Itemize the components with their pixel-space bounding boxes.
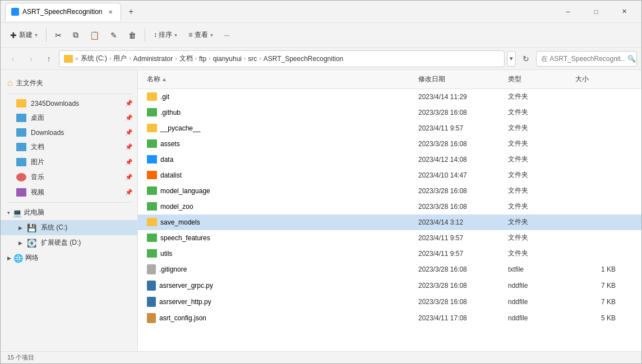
sidebar-item-music[interactable]: 音乐 📌 [1, 170, 137, 185]
up-button[interactable]: ↑ [41, 51, 57, 67]
file-name-2: __pycache__ [160, 124, 200, 132]
file-size-13: 7 KB [573, 296, 618, 307]
drive-c-icon: 💾 [27, 223, 36, 232]
new-button[interactable]: ✚ 新建 ▾ [5, 27, 43, 43]
sidebar-item-docs[interactable]: 文档 📌 [1, 139, 137, 155]
sidebar-item-2345downloads[interactable]: 2345Downloads 📌 [1, 96, 137, 110]
file-name-10: utils [160, 250, 172, 258]
file-icon-12 [147, 281, 156, 291]
file-type-13: nddfile [506, 296, 573, 307]
tab-close-button[interactable]: ✕ [106, 7, 115, 16]
file-date-14: 2023/4/11 17:08 [416, 312, 506, 324]
table-row[interactable]: save_models 2023/4/14 3:12 文件夹 [138, 214, 641, 230]
more-button[interactable]: ··· [219, 29, 235, 42]
col-name-header[interactable]: 名称 ▲ [145, 72, 416, 86]
path-item-3[interactable]: 文档 [179, 54, 193, 63]
back-button[interactable]: ‹ [5, 51, 21, 67]
forward-button[interactable]: › [23, 51, 39, 67]
file-list-area: 名称 ▲ 修改日期 类型 大小 .git 2023/4/14 11:29 文件夹 [138, 70, 641, 351]
table-row[interactable]: .github 2023/3/28 16:08 文件夹 [138, 105, 641, 120]
table-row[interactable]: asrt_config.json 2023/4/11 17:08 nddfile… [138, 310, 641, 326]
sidebar-item-label-downloads: Downloads [31, 129, 64, 137]
active-tab[interactable]: ASRT_SpeechRecognition ✕ [5, 3, 121, 21]
path-item-0[interactable]: 系统 (C:) [81, 54, 107, 63]
paste-button[interactable]: 📋 [85, 28, 104, 43]
table-row[interactable]: .git 2023/4/14 11:29 文件夹 [138, 89, 641, 105]
network-header[interactable]: ▶ 🌐 网络 [1, 250, 137, 265]
sidebar-item-video[interactable]: 视频 📌 [1, 185, 137, 200]
cut-button[interactable]: ✂ [50, 28, 67, 43]
sidebar-item-downloads[interactable]: Downloads 📌 [1, 125, 137, 139]
rename-button[interactable]: ✎ [105, 28, 122, 43]
table-row[interactable]: .gitignore 2023/3/28 16:08 txtfile 1 KB [138, 262, 641, 278]
sidebar-item-label-2345: 2345Downloads [31, 100, 79, 108]
sort-label: ↕ 排序 [154, 30, 172, 40]
address-bar[interactable]: « 系统 (C:) › 用户 › Administrator › 文档 › ft… [59, 50, 505, 67]
file-size-9 [573, 236, 618, 240]
search-input[interactable] [541, 55, 625, 63]
paste-icon: 📋 [90, 31, 99, 40]
file-date-11: 2023/3/28 16:08 [416, 264, 506, 275]
sidebar: ⌂ 主文件夹 2345Downloads 📌 桌面 📌 Downloads 📌 … [1, 70, 138, 351]
table-row[interactable]: utils 2023/4/11 9:57 文件夹 [138, 246, 641, 262]
sidebar-item-desktop[interactable]: 桌面 📌 [1, 110, 137, 125]
sidebar-item-label-pics: 图片 [31, 157, 44, 167]
file-name-14: asrt_config.json [159, 314, 206, 322]
path-item-2[interactable]: Administrator [133, 55, 173, 63]
file-date-2: 2023/4/11 9:57 [416, 123, 506, 134]
file-type-1: 文件夹 [506, 106, 573, 119]
minimize-button[interactable]: ─ [555, 3, 581, 21]
path-item-6[interactable]: src [248, 55, 257, 63]
file-icon-7 [147, 202, 157, 211]
path-item-4[interactable]: ftp [199, 55, 206, 63]
file-name-5: datalist [160, 171, 182, 179]
close-button[interactable]: ✕ [611, 3, 637, 21]
sidebar-item-drive-c[interactable]: ▶ 💾 系统 (C:) [1, 220, 137, 235]
new-tab-button[interactable]: + [123, 4, 139, 20]
col-type-header[interactable]: 类型 [506, 72, 573, 86]
search-icon: 🔍 [627, 55, 636, 63]
pin-icon-6: 📌 [125, 189, 133, 196]
search-box[interactable]: 🔍 [536, 51, 637, 67]
table-row[interactable]: asrserver_grpc.py 2023/3/28 16:08 nddfil… [138, 278, 641, 294]
file-icon-6 [147, 186, 157, 195]
address-expand-button[interactable]: ▾ [507, 51, 516, 67]
file-size-3 [573, 142, 618, 146]
home-folder-header[interactable]: ⌂ 主文件夹 [1, 74, 137, 91]
sidebar-item-drive-d[interactable]: ▶ 💽 扩展硬盘 (D:) [1, 235, 137, 250]
col-size-header[interactable]: 大小 [573, 72, 618, 86]
col-size-label: 大小 [575, 74, 589, 84]
table-row[interactable]: model_language 2023/3/28 16:08 文件夹 [138, 183, 641, 199]
file-date-4: 2023/4/12 14:08 [416, 154, 506, 165]
delete-button[interactable]: 🗑 [123, 28, 141, 43]
file-type-10: 文件夹 [506, 247, 573, 260]
sort-button[interactable]: ↕ 排序 ▾ [149, 27, 182, 43]
table-row[interactable]: speech_features 2023/4/11 9:57 文件夹 [138, 230, 641, 246]
this-pc-chevron: ▾ [7, 210, 10, 216]
path-item-7[interactable]: ASRT_SpeechRecognition [264, 55, 344, 63]
file-size-14: 5 KB [573, 312, 618, 324]
this-pc-header[interactable]: ▾ 💻 此电脑 [1, 205, 137, 220]
pin-icon-3: 📌 [125, 143, 133, 151]
status-bar: 15 个项目 [1, 351, 641, 363]
copy-button[interactable]: ⧉ [68, 27, 84, 43]
table-row[interactable]: model_zoo 2023/3/28 16:08 文件夹 [138, 199, 641, 214]
path-item-5[interactable]: qianyuhui [213, 55, 242, 63]
file-name-3: assets [160, 140, 180, 148]
file-icon-8 [147, 218, 157, 226]
refresh-button[interactable]: ↻ [518, 51, 534, 67]
folder-pics-icon [16, 158, 26, 166]
path-item-1[interactable]: 用户 [113, 54, 127, 63]
view-button[interactable]: ≡ 查看 ▾ [183, 27, 218, 43]
sidebar-item-pics[interactable]: 图片 📌 [1, 155, 137, 170]
table-row[interactable]: __pycache__ 2023/4/11 9:57 文件夹 [138, 120, 641, 136]
table-row[interactable]: datalist 2023/4/10 14:47 文件夹 [138, 167, 641, 183]
table-row[interactable]: data 2023/4/12 14:08 文件夹 [138, 152, 641, 167]
col-date-header[interactable]: 修改日期 [416, 72, 506, 86]
table-row[interactable]: assets 2023/3/28 16:08 文件夹 [138, 136, 641, 152]
table-row[interactable]: asrserver_http.py 2023/3/28 16:08 nddfil… [138, 294, 641, 310]
title-bar: ASRT_SpeechRecognition ✕ + ─ □ ✕ [1, 1, 641, 23]
file-date-9: 2023/4/11 9:57 [416, 232, 506, 244]
maximize-button[interactable]: □ [583, 3, 609, 21]
folder-2345-icon [16, 99, 26, 108]
